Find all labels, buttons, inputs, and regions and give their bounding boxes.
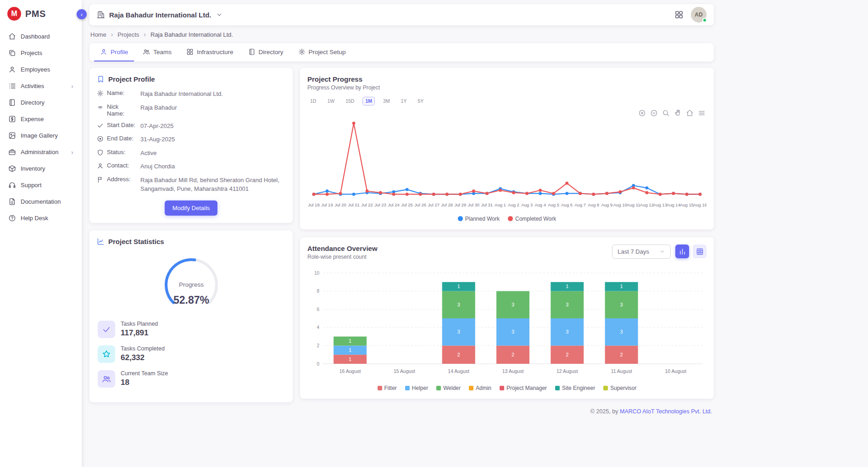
- user-icon: [8, 66, 16, 73]
- svg-text:52.87%: 52.87%: [173, 294, 209, 306]
- footer-company-link[interactable]: MARCO AIoT Technologies Pvt. Ltd.: [620, 408, 712, 415]
- sidebar-item-dashboard[interactable]: Dashboard: [5, 28, 77, 44]
- home-icon: [8, 33, 16, 40]
- profile-fields: Name: Raja Bahadur International Ltd. Ni…: [97, 89, 285, 194]
- field-value: Raja Bahadur: [140, 103, 177, 112]
- avatar[interactable]: AD: [691, 7, 707, 22]
- legend-item-completed-work[interactable]: Completed Work: [508, 216, 556, 222]
- attendance-chart[interactable]: 024681016 August11115 August14 August233…: [307, 267, 707, 383]
- range-15d[interactable]: 15D: [343, 97, 357, 106]
- tab-directory[interactable]: Directory: [242, 43, 289, 61]
- breadcrumb-item-home[interactable]: Home: [90, 31, 106, 38]
- range-1m[interactable]: 1M: [362, 97, 375, 106]
- svg-text:2: 2: [457, 351, 460, 357]
- search-icon[interactable]: [662, 109, 670, 117]
- range-3m[interactable]: 3M: [380, 97, 393, 106]
- tab-teams[interactable]: Teams: [137, 43, 178, 61]
- sidebar-item-activities[interactable]: Activities ›: [5, 78, 77, 94]
- gear-icon: [97, 90, 104, 97]
- profile-card-title: Project Profile: [108, 75, 155, 83]
- legend-item-welder[interactable]: Welder: [436, 385, 461, 391]
- sidebar-item-label: Dashboard: [21, 33, 50, 40]
- footer: © 2025, by MARCO AIoT Technologies Pvt. …: [89, 402, 714, 415]
- legend-item-fitter[interactable]: Fitter: [378, 385, 397, 391]
- tab-profile[interactable]: Profile: [94, 43, 134, 61]
- svg-text:Jul 18: Jul 18: [308, 202, 319, 207]
- profile-field-name: Name: Raja Bahadur International Ltd.: [97, 89, 285, 99]
- legend-item-site-engineer[interactable]: Site Engineer: [555, 385, 595, 391]
- legend-item-planned-work[interactable]: Planned Work: [458, 216, 500, 222]
- svg-text:Jul 20: Jul 20: [334, 202, 346, 207]
- breadcrumb-item-projects[interactable]: Projects: [117, 31, 139, 38]
- svg-text:Jul 19: Jul 19: [321, 202, 333, 207]
- sidebar-item-documentation[interactable]: Documentation: [5, 194, 77, 210]
- flag-icon: [97, 176, 104, 183]
- chevron-down-icon[interactable]: [216, 11, 223, 18]
- target-icon: [97, 135, 104, 142]
- book-icon: [248, 48, 256, 56]
- project-progress-chart[interactable]: Jul 18Jul 19Jul 20Jul 21Jul 22Jul 23Jul …: [307, 113, 707, 214]
- sidebar-item-projects[interactable]: Projects: [5, 45, 77, 61]
- svg-text:Aug 15: Aug 15: [680, 202, 694, 207]
- tab-project-setup[interactable]: Project Setup: [292, 43, 352, 61]
- profile-field-end-date: End Date: 31-Aug-2025: [97, 135, 285, 144]
- sidebar-item-expense[interactable]: Expense: [5, 111, 77, 127]
- pan-icon[interactable]: [674, 109, 682, 117]
- table-view-button[interactable]: [693, 245, 707, 258]
- svg-text:Aug 7: Aug 7: [574, 202, 586, 207]
- svg-text:Jul 25: Jul 25: [401, 202, 413, 207]
- tab-infrastructure[interactable]: Infrastructure: [180, 43, 239, 61]
- legend-item-supervisor[interactable]: Supervisor: [603, 385, 636, 391]
- svg-text:4: 4: [317, 325, 319, 330]
- sidebar-item-image-gallery[interactable]: Image Gallery: [5, 128, 77, 144]
- range-1d[interactable]: 1D: [307, 97, 319, 106]
- headphones-icon: [8, 181, 16, 189]
- range-1y[interactable]: 1Y: [398, 97, 410, 106]
- stat-current-team-size: Current Team Size 18: [98, 370, 285, 388]
- range-5y[interactable]: 5Y: [415, 97, 426, 106]
- svg-text:1: 1: [349, 347, 351, 352]
- field-value: 07-Apr-2025: [140, 122, 173, 131]
- sidebar-item-administration[interactable]: Administration ›: [5, 144, 77, 160]
- sidebar-item-label: Expense: [21, 116, 44, 122]
- tab-label: Directory: [259, 49, 284, 56]
- svg-text:Jul 22: Jul 22: [361, 202, 373, 207]
- chevron-down-icon: [659, 249, 665, 255]
- sidebar-item-label: Image Gallery: [21, 132, 58, 139]
- menu-icon[interactable]: [698, 109, 706, 117]
- apps-grid-icon[interactable]: [674, 10, 684, 19]
- breadcrumb: Home›Projects›Raja Bahadur International…: [89, 25, 714, 43]
- zoom-out-icon[interactable]: [650, 109, 658, 117]
- legend-item-project-manager[interactable]: Project Manager: [500, 385, 547, 391]
- attendance-chart-legend: Fitter Helper Welder Admin Project Manag…: [307, 385, 707, 391]
- legend-item-helper[interactable]: Helper: [405, 385, 428, 391]
- tab-label: Infrastructure: [197, 49, 234, 56]
- sidebar-item-label: Help Desk: [21, 215, 48, 222]
- sidebar-item-label: Support: [21, 182, 42, 189]
- zoom-in-icon[interactable]: [638, 109, 646, 117]
- home-icon[interactable]: [686, 109, 694, 117]
- svg-text:Aug 13: Aug 13: [653, 202, 667, 207]
- bar-chart-view-button[interactable]: [675, 245, 689, 258]
- sidebar-item-inventory[interactable]: Inventory: [5, 161, 77, 177]
- chart-toolbar: [638, 109, 706, 117]
- breadcrumb-item-raja-bahadur-international-ltd: Raja Bahadur International Ltd.: [150, 31, 233, 38]
- field-label: Name:: [107, 89, 137, 96]
- company-switcher[interactable]: Raja Bahadur International Ltd.: [97, 11, 223, 19]
- legend-item-admin[interactable]: Admin: [469, 385, 491, 391]
- sidebar-item-employees[interactable]: Employees: [5, 61, 77, 78]
- shield-icon: [97, 149, 104, 156]
- sidebar: M PMS ‹ Dashboard Projects Employees Act…: [0, 0, 82, 467]
- progress-gauge-svg: Progress 52.87%: [145, 252, 237, 315]
- sidebar-item-support[interactable]: Support: [5, 177, 77, 193]
- progress-chart-legend: Planned Work Completed Work: [307, 216, 707, 222]
- range-1w[interactable]: 1W: [324, 97, 337, 106]
- sidebar-collapse-button[interactable]: ‹: [77, 9, 87, 19]
- brand-name: PMS: [25, 9, 46, 19]
- attendance-range-select[interactable]: Last 7 Days: [612, 245, 671, 259]
- logo[interactable]: M PMS: [0, 0, 82, 26]
- modify-details-button[interactable]: Modify Details: [165, 200, 218, 216]
- sidebar-item-help-desk[interactable]: Help Desk: [5, 210, 77, 226]
- sidebar-item-directory[interactable]: Directory: [5, 95, 77, 111]
- svg-text:11 August: 11 August: [611, 368, 632, 374]
